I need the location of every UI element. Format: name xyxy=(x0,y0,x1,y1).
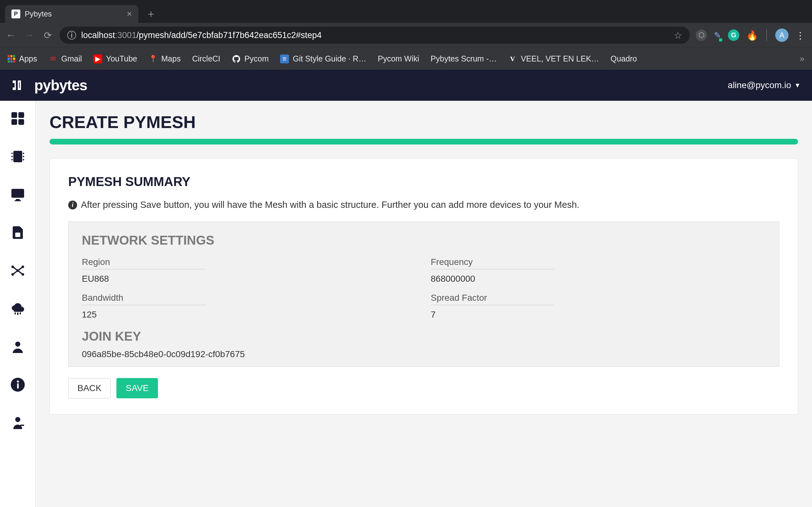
bookmark-label: Pycom Wiki xyxy=(378,54,419,63)
sidebar-monitor-icon[interactable] xyxy=(9,186,26,203)
bookmarks-bar: Apps ✉ Gmail ▶ YouTube 📍 Maps CircleCI P… xyxy=(0,48,812,70)
sidebar-cloud-icon[interactable] xyxy=(9,300,26,317)
svg-rect-2 xyxy=(11,119,17,125)
url-host: localhost xyxy=(81,31,115,40)
bookmark-gmail[interactable]: ✉ Gmail xyxy=(49,54,82,63)
svg-rect-1 xyxy=(18,112,24,118)
tab-favicon: P xyxy=(11,9,20,18)
page-title: CREATE PYMESH xyxy=(49,112,798,132)
bookmark-circleci[interactable]: CircleCI xyxy=(192,54,220,63)
edit-extension-icon[interactable]: ✎ xyxy=(714,31,721,40)
svg-rect-14 xyxy=(15,233,20,237)
svg-rect-10 xyxy=(23,159,24,160)
field-label-bandwidth: Bandwidth xyxy=(82,293,206,305)
bookmark-apps[interactable]: Apps xyxy=(8,54,37,63)
maps-icon: 📍 xyxy=(149,55,158,63)
svg-rect-8 xyxy=(23,153,24,154)
field-frequency: Frequency 868000000 xyxy=(431,257,558,284)
github-icon xyxy=(232,55,241,63)
user-email: aline@pycom.io xyxy=(728,80,792,90)
svg-rect-29 xyxy=(17,383,19,389)
bookmark-label: Apps xyxy=(19,54,37,63)
bookmark-maps[interactable]: 📍 Maps xyxy=(149,54,181,63)
field-value-spread-factor: 7 xyxy=(431,305,558,320)
extension-icon[interactable]: ⬡ xyxy=(696,30,707,41)
sidebar-dashboard-icon[interactable] xyxy=(9,110,26,127)
field-label-region: Region xyxy=(82,257,206,269)
app-header: pybytes aline@pycom.io ▼ xyxy=(0,70,812,101)
field-label-spread-factor: Spread Factor xyxy=(431,293,554,305)
bookmark-pycomwiki[interactable]: Pycom Wiki xyxy=(378,54,419,63)
site-info-icon[interactable]: i xyxy=(67,31,76,40)
network-settings-title: NETWORK SETTINGS xyxy=(82,233,766,247)
user-menu[interactable]: aline@pycom.io ▼ xyxy=(728,80,801,90)
chrome-menu-icon[interactable]: ⋮ xyxy=(796,30,805,41)
bookmark-quadro[interactable]: Quadro xyxy=(611,54,637,63)
svg-rect-13 xyxy=(14,200,21,201)
info-icon: i xyxy=(68,201,77,210)
chrome-right-icons: ⬡ ✎ G 🔥 A ⋮ xyxy=(696,29,808,42)
join-key-title: JOIN KEY xyxy=(82,329,766,343)
svg-rect-11 xyxy=(11,189,24,198)
close-icon[interactable]: × xyxy=(127,9,132,19)
tab-title: Pybytes xyxy=(25,9,122,18)
address-bar[interactable]: i localhost:3001/pymesh/add/5e7cbfab71f7… xyxy=(60,26,690,44)
sidebar-user-icon[interactable] xyxy=(9,338,26,355)
field-bandwidth: Bandwidth 125 xyxy=(82,293,209,320)
svg-rect-0 xyxy=(11,112,17,118)
sidebar-info-icon[interactable] xyxy=(9,377,26,393)
youtube-icon: ▶ xyxy=(93,55,102,63)
logo-text: pybytes xyxy=(34,77,87,94)
address-bar-row: ← → ⟳ i localhost:3001/pymesh/add/5e7cbf… xyxy=(0,23,812,48)
svg-point-27 xyxy=(15,342,20,347)
reload-icon[interactable]: ⟳ xyxy=(41,30,54,41)
progress-bar xyxy=(49,139,798,145)
bookmark-label: VEEL, VET EN LEK… xyxy=(521,54,599,63)
info-row: i After pressing Save button, you will h… xyxy=(68,200,779,210)
logo[interactable]: pybytes xyxy=(11,77,87,94)
svg-rect-5 xyxy=(11,153,13,154)
browser-tab[interactable]: P Pybytes × xyxy=(5,5,138,23)
info-text: After pressing Save button, you will hav… xyxy=(81,200,579,210)
gmail-icon: ✉ xyxy=(49,55,57,63)
svg-rect-3 xyxy=(18,119,24,125)
svg-point-31 xyxy=(15,417,20,422)
bookmark-label: Quadro xyxy=(611,54,637,63)
field-label-frequency: Frequency xyxy=(431,257,554,269)
fields-grid: Region EU868 Frequency 868000000 Bandwid… xyxy=(82,257,766,327)
url-path: /pymesh/add/5e7cbfab71f7b642eac651c2#ste… xyxy=(136,31,322,40)
save-button[interactable]: SAVE xyxy=(116,378,158,398)
sidebar-sim-icon[interactable] xyxy=(9,224,26,241)
bookmark-veel[interactable]: V VEEL, VET EN LEK… xyxy=(508,54,599,63)
svg-line-23 xyxy=(18,271,23,274)
bookmark-pybytesscrum[interactable]: Pybytes Scrum -… xyxy=(431,54,497,63)
field-region: Region EU868 xyxy=(82,257,209,284)
sidebar-user2-icon[interactable] xyxy=(9,414,26,431)
sidebar-network-icon[interactable] xyxy=(9,262,26,279)
bookmark-gitstyle[interactable]: ≡ Git Style Guide · R… xyxy=(280,54,366,63)
grammarly-icon[interactable]: G xyxy=(728,30,740,41)
doc-icon: ≡ xyxy=(280,55,289,63)
logo-icon xyxy=(11,78,29,93)
new-tab-button[interactable]: ＋ xyxy=(141,5,161,23)
url-text: localhost:3001/pymesh/add/5e7cbfab71f7b6… xyxy=(81,31,669,40)
bookmark-label: Pybytes Scrum -… xyxy=(431,54,497,63)
tab-bar: P Pybytes × ＋ xyxy=(0,0,812,23)
bookmarks-overflow-icon[interactable]: » xyxy=(800,54,804,64)
svg-point-30 xyxy=(17,381,19,383)
svg-rect-32 xyxy=(20,425,24,426)
actions-row: BACK SAVE xyxy=(68,378,779,398)
fire-extension-icon[interactable]: 🔥 xyxy=(746,30,758,41)
back-button[interactable]: BACK xyxy=(68,378,111,398)
svg-rect-9 xyxy=(23,156,24,157)
field-value-frequency: 868000000 xyxy=(431,269,558,284)
profile-avatar[interactable]: A xyxy=(775,29,789,42)
back-icon[interactable]: ← xyxy=(4,30,17,41)
star-icon[interactable]: ☆ xyxy=(674,30,682,41)
forward-icon[interactable]: → xyxy=(23,30,36,41)
content-area: CREATE PYMESH PYMESH SUMMARY i After pre… xyxy=(36,101,812,507)
bookmark-pycom[interactable]: Pycom xyxy=(232,54,269,63)
sidebar-chip-icon[interactable] xyxy=(9,148,26,165)
bookmark-youtube[interactable]: ▶ YouTube xyxy=(93,54,137,63)
v-icon: V xyxy=(508,55,517,63)
